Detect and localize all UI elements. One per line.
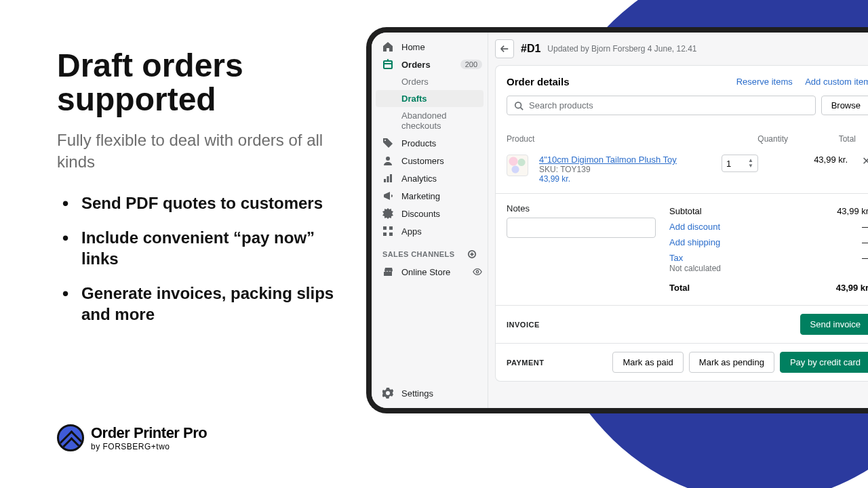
subtotal-value: 43,99 kr. <box>837 206 868 216</box>
promo-title: Draft orders supported <box>57 49 335 117</box>
tag-icon <box>382 138 393 148</box>
sidebar-item-label: Discounts <box>401 209 440 219</box>
pay-by-card-button[interactable]: Pay by credit card <box>780 352 868 373</box>
discount-icon <box>382 208 393 219</box>
tax-link[interactable]: Tax <box>669 253 721 263</box>
svg-rect-8 <box>389 232 393 236</box>
sidebar-item-marketing[interactable]: Marketing <box>372 187 488 205</box>
quantity-stepper[interactable]: 1 ▲▼ <box>722 155 758 172</box>
search-products-input[interactable]: Search products <box>507 96 816 115</box>
svg-rect-5 <box>383 226 387 230</box>
home-icon <box>382 41 393 52</box>
invoice-section: INVOICE Send invoice <box>496 306 868 344</box>
add-channel-icon[interactable] <box>467 249 477 259</box>
promo-bullet: Send PDF quotes to customers <box>57 192 335 214</box>
add-custom-item-link[interactable]: Add custom item <box>805 77 868 87</box>
col-quantity: Quantity <box>730 134 788 144</box>
discount-value: — <box>862 222 868 232</box>
sidebar-item-label: Settings <box>401 388 433 399</box>
svg-rect-4 <box>390 174 392 182</box>
product-unit-price: 43,99 kr. <box>539 174 713 184</box>
megaphone-icon <box>382 190 393 201</box>
sidebar-item-home[interactable]: Home <box>372 38 488 56</box>
mark-as-paid-button[interactable]: Mark as paid <box>612 352 683 373</box>
person-icon <box>382 155 393 166</box>
card-title: Order details <box>507 76 570 87</box>
sidebar-section-sales-channels: SALES CHANNELS <box>372 240 488 263</box>
app-window: Home Orders 200 Orders Drafts Abandoned … <box>366 27 868 413</box>
order-id: #D1 <box>521 43 540 55</box>
order-meta: Updated by Bjorn Forsberg 4 June, 12.41 <box>547 44 696 54</box>
sidebar-item-products[interactable]: Products <box>372 134 488 152</box>
sidebar-item-apps[interactable]: Apps <box>372 222 488 240</box>
promo-subtitle: Fully flexible to deal with orders of al… <box>57 129 335 174</box>
reserve-items-link[interactable]: Reserve items <box>736 77 793 87</box>
sidebar-item-label: Marketing <box>401 191 440 201</box>
total-value: 43,99 kr. <box>836 283 868 293</box>
eye-icon[interactable] <box>473 267 482 277</box>
add-shipping-link[interactable]: Add shipping <box>669 237 720 247</box>
sidebar-sub-orders[interactable]: Orders <box>372 73 488 90</box>
remove-line-button[interactable]: ✕ <box>856 155 868 167</box>
orders-count-badge: 200 <box>460 60 482 69</box>
orders-icon <box>382 59 393 70</box>
back-button[interactable] <box>495 39 514 58</box>
line-total: 43,99 kr. <box>773 155 848 165</box>
sidebar-item-label: Online Store <box>401 267 450 277</box>
notes-label: Notes <box>507 203 656 214</box>
col-total: Total <box>788 134 856 144</box>
apps-icon <box>382 226 393 237</box>
svg-point-10 <box>476 270 479 273</box>
add-discount-link[interactable]: Add discount <box>669 222 720 232</box>
sidebar-item-analytics[interactable]: Analytics <box>372 169 488 187</box>
send-invoice-button[interactable]: Send invoice <box>800 314 868 335</box>
brand-byline: by FORSBERG+two <box>91 442 207 451</box>
svg-rect-6 <box>389 226 393 230</box>
store-icon <box>382 266 393 277</box>
sidebar-item-orders[interactable]: Orders 200 <box>372 56 488 73</box>
shipping-value: — <box>862 237 868 247</box>
sidebar: Home Orders 200 Orders Drafts Abandoned … <box>372 33 488 408</box>
brand-logo-icon <box>57 424 84 451</box>
sidebar-item-label: Apps <box>401 226 422 237</box>
page-header: #D1 Updated by Bjorn Forsberg 4 June, 12… <box>488 33 868 65</box>
promo-bullet: Generate invoices, packing slips and mor… <box>57 283 335 325</box>
sidebar-sub-drafts[interactable]: Drafts <box>376 90 484 107</box>
payment-section: PAYMENT Mark as paid Mark as pending Pay… <box>496 344 868 381</box>
line-item-row: 4"10cm Digimon Tailmon Plush Toy SKU: TO… <box>496 149 868 194</box>
sidebar-item-customers[interactable]: Customers <box>372 152 488 169</box>
gear-icon <box>382 388 393 399</box>
svg-rect-3 <box>387 176 389 182</box>
tax-sublabel: Not calculated <box>669 264 721 273</box>
sidebar-item-label: Products <box>401 138 436 148</box>
total-label: Total <box>669 283 690 293</box>
search-placeholder: Search products <box>529 100 593 110</box>
content-area: #D1 Updated by Bjorn Forsberg 4 June, 12… <box>488 33 868 408</box>
svg-point-1 <box>386 157 390 161</box>
sidebar-section-label: SALES CHANNELS <box>382 250 454 258</box>
sidebar-item-online-store[interactable]: Online Store <box>372 263 488 281</box>
sidebar-item-label: Home <box>401 42 425 52</box>
quantity-value: 1 <box>726 159 731 169</box>
order-details-card: Order details Reserve items Add custom i… <box>495 65 868 382</box>
stepper-arrows-icon: ▲▼ <box>748 158 753 169</box>
notes-input[interactable] <box>507 218 656 238</box>
sidebar-item-discounts[interactable]: Discounts <box>372 205 488 222</box>
svg-rect-7 <box>383 232 387 236</box>
brand-name: Order Printer Pro <box>91 424 207 442</box>
sidebar-item-settings[interactable]: Settings <box>372 384 488 408</box>
product-thumbnail <box>507 155 528 176</box>
mark-as-pending-button[interactable]: Mark as pending <box>689 352 774 373</box>
sidebar-item-label: Analytics <box>401 174 437 184</box>
col-product: Product <box>507 134 730 144</box>
order-summary: Subtotal 43,99 kr. Add discount — Add sh… <box>669 203 868 296</box>
sidebar-item-label: Orders <box>401 60 431 70</box>
brand-footer: Order Printer Pro by FORSBERG+two <box>57 424 207 451</box>
bar-chart-icon <box>382 173 393 184</box>
product-name-link[interactable]: 4"10cm Digimon Tailmon Plush Toy <box>539 155 713 165</box>
line-items-header: Product Quantity Total <box>496 125 868 149</box>
browse-button[interactable]: Browse <box>821 96 868 115</box>
sidebar-sub-abandoned[interactable]: Abandoned checkouts <box>372 107 488 134</box>
svg-rect-0 <box>384 61 392 68</box>
product-sku: SKU: TOY139 <box>539 165 713 174</box>
